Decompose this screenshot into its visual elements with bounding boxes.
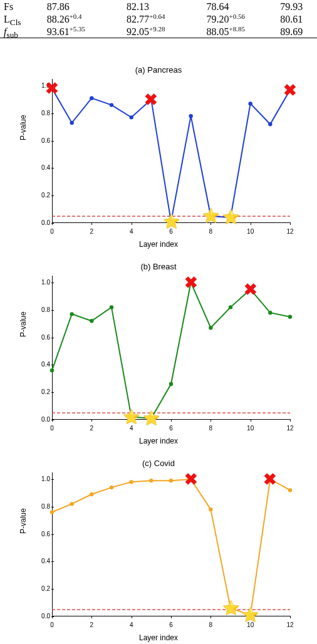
data-point	[209, 326, 212, 330]
y-tick-label: 0.0	[36, 416, 50, 423]
cell: 92.05+9.28	[127, 25, 206, 38]
x-tick-label: 2	[85, 621, 98, 628]
cell: 82.77+0.64	[127, 13, 206, 25]
x-tick-label: 12	[284, 621, 296, 628]
star-marker-icon: ⭐	[143, 412, 160, 425]
cross-marker-icon: ✖	[45, 80, 59, 96]
chart-series	[52, 79, 290, 223]
x-tick-label: 8	[204, 228, 217, 235]
x-tick-mark	[290, 222, 291, 225]
x-tick-label: 4	[125, 425, 138, 432]
data-point	[288, 488, 292, 492]
x-tick-label: 0	[46, 621, 58, 628]
data-point	[268, 311, 272, 314]
data-point	[110, 486, 113, 489]
data-line	[52, 88, 290, 221]
y-axis-label: P-value	[19, 311, 28, 337]
y-tick-label: 0.2	[36, 192, 50, 199]
data-point	[189, 114, 192, 118]
y-tick-label: 1.0	[36, 279, 50, 286]
cell: 88.05+8.85	[207, 25, 281, 38]
y-tick-label: 0.6	[36, 531, 50, 538]
y-tick-label: 0.8	[36, 306, 50, 313]
x-tick-label: 4	[125, 228, 138, 235]
y-tick-label: 0.8	[36, 110, 50, 117]
data-point	[229, 305, 232, 309]
x-axis-label: Layer index	[18, 240, 299, 249]
row-name: fsub	[0, 26, 47, 40]
data-point	[90, 319, 93, 323]
chart-title: (c) Covid	[18, 459, 299, 468]
data-line	[52, 283, 290, 418]
cross-marker-icon: ✖	[244, 281, 257, 298]
chart-panel: (b) BreastP-valueLayer index0.00.20.40.6…	[18, 262, 299, 447]
data-point	[70, 502, 73, 506]
x-tick-label: 2	[85, 228, 98, 235]
data-point	[70, 312, 73, 316]
x-tick-label: 10	[244, 228, 257, 235]
data-point	[169, 479, 173, 482]
y-tick-label: 0.0	[36, 613, 50, 620]
cross-marker-icon: ✖	[283, 82, 297, 98]
chart-panel: (a) PancreasP-valueLayer index0.00.20.40…	[18, 65, 299, 250]
data-point	[169, 382, 173, 386]
x-tick-label: 8	[204, 621, 217, 628]
star-marker-icon: ⭐	[222, 601, 239, 615]
data-point	[129, 480, 133, 484]
x-tick-label: 2	[85, 425, 98, 432]
x-tick-mark	[290, 419, 291, 422]
y-axis-label: P-value	[19, 115, 28, 140]
y-tick-label: 0.4	[36, 361, 50, 368]
data-point	[70, 121, 73, 125]
data-point	[50, 368, 54, 372]
data-point	[129, 115, 133, 119]
x-tick-label: 12	[284, 425, 296, 432]
cell: 88.26+0.4	[47, 13, 127, 25]
y-tick-label: 0.2	[36, 388, 50, 395]
y-tick-label: 0.4	[36, 558, 50, 564]
x-tick-label: 0	[46, 425, 58, 432]
chart-panel: (c) CovidP-valueLayer index0.00.20.40.60…	[18, 459, 299, 643]
data-point	[50, 510, 54, 514]
star-marker-icon: ⭐	[163, 215, 180, 229]
table-rule	[0, 38, 317, 38]
star-marker-icon: ⭐	[242, 608, 259, 622]
cell: 80.61	[280, 14, 317, 25]
cross-marker-icon: ✖	[144, 91, 158, 108]
star-marker-icon: ⭐	[202, 209, 219, 223]
x-tick-label: 10	[244, 425, 257, 432]
table-row: Fs 87.86 82.13 78.64 79.93	[0, 0, 317, 13]
data-point	[268, 122, 272, 126]
y-tick-label: 0.4	[36, 164, 50, 171]
data-point	[248, 101, 252, 105]
x-tick-label: 0	[46, 228, 58, 235]
chart-title: (a) Pancreas	[18, 65, 299, 75]
results-table: Fs 87.86 82.13 78.64 79.93 LCls 88.26+0.…	[0, 0, 317, 38]
star-marker-icon: ⭐	[222, 210, 239, 224]
cell: 93.61+5.35	[47, 25, 127, 38]
cross-marker-icon: ✖	[263, 471, 277, 487]
y-tick-label: 0.8	[36, 503, 50, 510]
data-line	[52, 479, 290, 615]
cross-marker-icon: ✖	[184, 274, 198, 291]
x-tick-mark	[290, 616, 291, 618]
data-point	[110, 305, 113, 309]
cell: 79.20+0.56	[207, 13, 281, 25]
row-name: LCls	[0, 14, 47, 28]
y-tick-label: 0.6	[36, 334, 50, 341]
cell: 79.93	[280, 1, 317, 13]
data-point	[149, 479, 153, 482]
x-tick-label: 6	[165, 621, 177, 628]
x-axis-label: Layer index	[18, 437, 299, 445]
x-tick-label: 4	[125, 621, 138, 628]
row-name: Fs	[0, 1, 47, 13]
table-row: fsub 93.61+5.35 92.05+9.28 88.05+8.85 89…	[0, 25, 317, 38]
y-tick-label: 1.0	[36, 475, 50, 482]
y-tick-label: 0.2	[36, 585, 50, 592]
x-axis-label: Layer index	[18, 633, 299, 642]
data-point	[90, 492, 93, 496]
data-point	[209, 507, 212, 511]
chart-title: (b) Breast	[18, 262, 299, 271]
data-point	[288, 315, 292, 319]
star-marker-icon: ⭐	[123, 410, 140, 424]
